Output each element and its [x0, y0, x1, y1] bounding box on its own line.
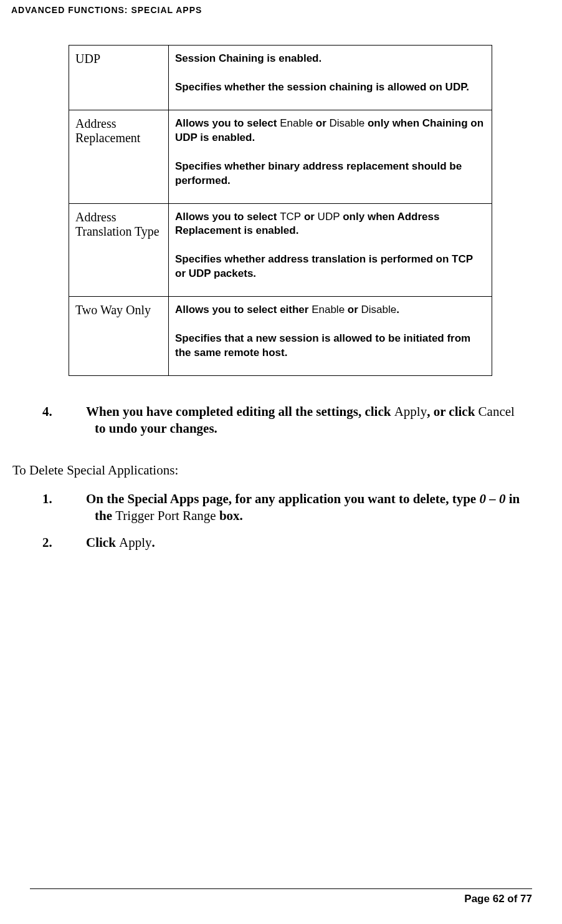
text-span: or	[313, 117, 329, 129]
table-row: Address Translation Type Allows you to s…	[69, 203, 492, 297]
delete-heading: To Delete Special Applications:	[12, 463, 525, 478]
table-row: UDP Session Chaining is enabled. Specifi…	[69, 46, 492, 110]
desc-paragraph: Specifies whether the session chaining i…	[175, 80, 485, 95]
footer-divider	[30, 888, 532, 889]
text-span: TCP	[280, 211, 301, 223]
setting-description: Allows you to select either Enable or Di…	[169, 297, 492, 376]
page-footer: Page 62 of 77	[30, 888, 532, 905]
text-span: to undo your changes.	[95, 421, 217, 436]
text-span: box.	[216, 508, 243, 523]
list-item: 2.Click Apply.	[69, 534, 525, 551]
step-number: 2.	[69, 534, 86, 551]
setting-description: Allows you to select Enable or Disable o…	[169, 110, 492, 203]
text-span: Allows you to select	[175, 211, 280, 223]
table-row: Two Way Only Allows you to select either…	[69, 297, 492, 376]
desc-paragraph: Specifies that a new session is allowed …	[175, 332, 485, 360]
text-span: Cancel	[479, 404, 515, 419]
text-span: When you have completed editing all the …	[86, 404, 394, 419]
text-span: or	[345, 304, 361, 315]
text-span: 0 – 0	[479, 491, 505, 506]
desc-paragraph: Specifies whether binary address replace…	[175, 160, 485, 188]
text-span: Enable	[312, 304, 345, 315]
settings-table: UDP Session Chaining is enabled. Specifi…	[69, 45, 492, 376]
text-span: Trigger Port Range	[115, 508, 216, 523]
page-number: Page 62 of 77	[30, 893, 532, 905]
step-number: 1.	[69, 491, 86, 508]
desc-paragraph: Allows you to select TCP or UDP only whe…	[175, 210, 485, 239]
text-span: or	[301, 211, 317, 223]
list-item: 1.On the Special Apps page, for any appl…	[69, 491, 525, 525]
text-span: Allows you to select	[175, 117, 280, 129]
text-span: , or click	[427, 404, 478, 419]
list-item: 4.When you have completed editing all th…	[69, 403, 525, 438]
text-span: Apply	[119, 535, 152, 550]
text-span: Disable	[361, 304, 397, 315]
desc-paragraph: Specifies whether address translation is…	[175, 253, 485, 281]
desc-paragraph: Allows you to select Enable or Disable o…	[175, 117, 485, 145]
text-span: Apply	[394, 404, 427, 419]
text-span: On the Special Apps page, for any applic…	[86, 491, 479, 506]
page-header: ADVANCED FUNCTIONS: SPECIAL APPS	[0, 0, 562, 15]
setting-label: Two Way Only	[69, 297, 169, 376]
step-4: 4.When you have completed editing all th…	[31, 403, 525, 438]
setting-description: Session Chaining is enabled. Specifies w…	[169, 46, 492, 110]
delete-steps: 1.On the Special Apps page, for any appl…	[69, 491, 525, 552]
text-span: .	[152, 535, 155, 550]
text-span: Allows you to select either	[175, 304, 312, 315]
step-number: 4.	[69, 403, 86, 420]
setting-label: Address Replacement	[69, 110, 169, 203]
text-span: .	[396, 304, 399, 315]
setting-label: Address Translation Type	[69, 203, 169, 297]
setting-description: Allows you to select TCP or UDP only whe…	[169, 203, 492, 297]
setting-label: UDP	[69, 46, 169, 110]
table-row: Address Replacement Allows you to select…	[69, 110, 492, 203]
text-span: Enable	[280, 117, 313, 129]
page-content: UDP Session Chaining is enabled. Specifi…	[0, 45, 562, 551]
text-span: UDP	[318, 211, 340, 223]
desc-paragraph: Allows you to select either Enable or Di…	[175, 303, 485, 317]
text-span: Click	[86, 535, 119, 550]
desc-paragraph: Session Chaining is enabled.	[175, 52, 485, 66]
text-span: Disable	[330, 117, 365, 129]
